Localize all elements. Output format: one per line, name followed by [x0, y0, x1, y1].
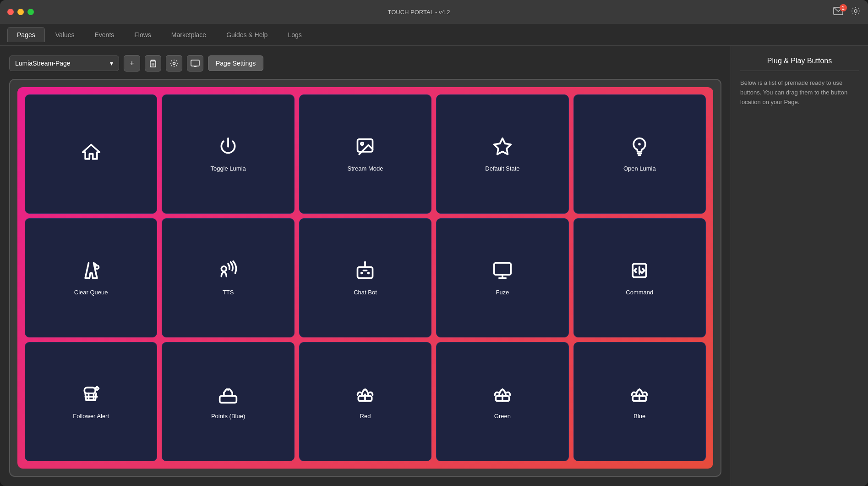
chevron-down-icon: ▾	[110, 60, 113, 67]
blue-label: Blue	[633, 413, 645, 420]
svg-point-13	[639, 143, 641, 145]
button-fuze[interactable]: Fuze	[436, 218, 568, 337]
tab-pages[interactable]: Pages	[7, 27, 45, 42]
button-red[interactable]: Red	[299, 342, 431, 461]
image-icon	[355, 137, 375, 160]
home-icon	[81, 142, 101, 166]
svg-rect-8	[358, 139, 373, 152]
tab-marketplace[interactable]: Marketplace	[162, 27, 216, 42]
follower-alert-label: Follower Alert	[73, 413, 109, 420]
left-panel: LumiaStream-Page ▾ +	[0, 46, 731, 486]
button-grid: Toggle Lumia Stream Mode	[25, 94, 706, 461]
star-icon	[492, 137, 513, 160]
plug-play-divider	[740, 71, 859, 71]
points-icon	[218, 384, 238, 407]
main-content: LumiaStream-Page ▾ +	[0, 46, 868, 486]
svg-point-1	[854, 10, 857, 12]
tts-label: TTS	[223, 289, 234, 296]
page-settings-button[interactable]: Page Settings	[208, 55, 263, 71]
default-state-label: Default State	[485, 165, 519, 172]
tab-guides[interactable]: Guides & Help	[217, 27, 277, 42]
button-stream-mode[interactable]: Stream Mode	[299, 94, 431, 214]
plant-red-icon	[355, 384, 375, 407]
titlebar: TOUCH PORTAL - v4.2 2	[0, 0, 868, 24]
svg-point-18	[360, 271, 363, 274]
chat-bot-label: Chat Bot	[354, 289, 377, 296]
titlebar-actions: 2	[833, 6, 861, 18]
button-chat-bot[interactable]: Chat Bot	[299, 218, 431, 337]
red-label: Red	[360, 413, 371, 420]
svg-point-21	[365, 261, 366, 263]
svg-point-31	[227, 389, 229, 391]
open-lumia-label: Open Lumia	[623, 165, 656, 172]
page-gear-button[interactable]	[166, 55, 182, 72]
button-blue[interactable]: Blue	[573, 342, 706, 461]
plant-blue-icon	[629, 384, 650, 407]
svg-point-9	[361, 142, 364, 145]
button-command[interactable]: Command	[573, 218, 706, 337]
button-home[interactable]	[25, 94, 157, 214]
settings-button[interactable]	[851, 6, 861, 18]
delete-page-button[interactable]	[145, 55, 161, 72]
tab-flows[interactable]: Flows	[125, 27, 161, 42]
green-label: Green	[494, 413, 511, 420]
button-default-state[interactable]: Default State	[436, 94, 568, 214]
button-open-lumia[interactable]: Open Lumia	[573, 94, 706, 214]
clear-queue-label: Clear Queue	[74, 289, 108, 296]
tab-logs[interactable]: Logs	[278, 27, 311, 42]
svg-rect-6	[191, 60, 199, 66]
app-window: TOUCH PORTAL - v4.2 2 Pages Values Event…	[0, 0, 868, 486]
bulb-icon	[629, 137, 650, 160]
page-canvas: Toggle Lumia Stream Mode	[9, 79, 721, 477]
nav-tabs: Pages Values Events Flows Marketplace Gu…	[0, 24, 868, 46]
follower-icon	[81, 384, 101, 407]
button-toggle-lumia[interactable]: Toggle Lumia	[162, 94, 294, 214]
svg-rect-17	[358, 267, 373, 278]
points-blue-label: Points (Blue)	[211, 413, 245, 420]
svg-rect-30	[220, 396, 237, 403]
display-button[interactable]	[187, 55, 203, 72]
button-points-blue[interactable]: Points (Blue)	[162, 342, 294, 461]
svg-point-16	[221, 266, 226, 271]
svg-point-19	[367, 271, 370, 274]
tab-events[interactable]: Events	[85, 27, 124, 42]
mail-button[interactable]: 2	[833, 7, 843, 17]
power-icon	[218, 137, 238, 160]
tab-values[interactable]: Values	[46, 27, 84, 42]
chatbot-icon	[355, 260, 375, 283]
window-title: TOUCH PORTAL - v4.2	[5, 9, 833, 16]
command-label: Command	[626, 289, 653, 296]
monitor-icon	[492, 260, 513, 283]
plug-play-description: Below is a list of premade ready to use …	[740, 78, 859, 107]
button-clear-queue[interactable]: Clear Queue	[25, 218, 157, 337]
page-select-value: LumiaStream-Page	[15, 60, 71, 67]
mail-count: 2	[840, 4, 847, 11]
button-tts[interactable]: TTS	[162, 218, 294, 337]
stream-mode-label: Stream Mode	[347, 165, 383, 172]
plug-play-title: Plug & Play Buttons	[740, 57, 859, 65]
button-follower-alert[interactable]: Follower Alert	[25, 342, 157, 461]
broom-icon	[81, 260, 101, 283]
tts-icon	[218, 260, 238, 283]
svg-point-5	[173, 62, 175, 65]
canvas-inner: Toggle Lumia Stream Mode	[17, 87, 713, 469]
toggle-lumia-label: Toggle Lumia	[210, 165, 246, 172]
add-page-button[interactable]: +	[124, 55, 140, 72]
command-icon	[629, 260, 650, 283]
svg-rect-22	[494, 263, 511, 275]
svg-rect-2	[150, 61, 156, 67]
page-select[interactable]: LumiaStream-Page ▾	[9, 55, 119, 71]
button-green[interactable]: Green	[436, 342, 568, 461]
plant-green-icon	[492, 384, 513, 407]
right-panel: Plug & Play Buttons Below is a list of p…	[731, 46, 868, 486]
toolbar: LumiaStream-Page ▾ +	[9, 55, 721, 72]
svg-marker-10	[494, 138, 511, 154]
fuze-label: Fuze	[496, 289, 509, 296]
